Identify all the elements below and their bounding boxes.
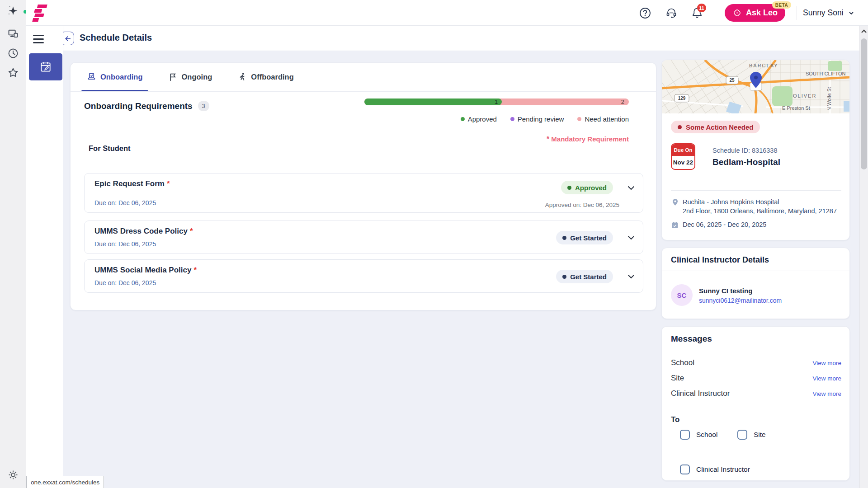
- tab-ongoing-label: Ongoing: [182, 73, 212, 81]
- checkbox[interactable]: [680, 430, 690, 440]
- requirement-card: UMMS Social Media Policy* Due on: Dec 06…: [84, 259, 643, 293]
- recipient-checkbox-school[interactable]: School: [680, 430, 717, 440]
- notifications-bell-icon[interactable]: 11: [691, 7, 703, 19]
- message-row-clinical-instructor: Clinical Instructor View more: [671, 389, 841, 398]
- status-chip-get-started[interactable]: Get Started: [556, 231, 613, 244]
- menu-icon[interactable]: [33, 35, 44, 46]
- recipient-checkbox-site[interactable]: Site: [737, 430, 766, 440]
- expand-chevron-icon[interactable]: [627, 272, 636, 281]
- due-on-label: Due On: [672, 144, 694, 156]
- user-name: Sunny Soni: [803, 8, 844, 18]
- devices-icon[interactable]: [7, 28, 19, 40]
- checkbox-label: School: [696, 431, 717, 439]
- schedule-summary-card: BARCLAY SOUTH CLIFTON OLIVER E Preston S…: [661, 60, 850, 240]
- requirement-title: UMMS Dress Code Policy*: [94, 227, 193, 236]
- user-menu[interactable]: Sunny Soni: [803, 0, 854, 26]
- requirement-title: UMMS Social Media Policy*: [94, 266, 197, 275]
- to-label: To: [671, 415, 680, 424]
- clinical-instructor-title: Clinical Instructor Details: [671, 255, 769, 265]
- messages-title: Messages: [671, 334, 712, 344]
- schedule-status-badge: Some Action Needed: [671, 121, 760, 133]
- page-scrollbar[interactable]: [859, 26, 868, 488]
- group-title: For Student: [89, 144, 131, 153]
- recipient-checkbox-clinical-instructor[interactable]: Clinical Instructor: [680, 465, 750, 474]
- requirement-card: UMMS Dress Code Policy* Due on: Dec 06, …: [84, 221, 643, 254]
- message-row-label: Clinical Instructor: [671, 389, 730, 398]
- clock-icon[interactable]: [7, 47, 19, 59]
- map-label-barclay: BARCLAY: [749, 63, 778, 68]
- status-chip-get-started[interactable]: Get Started: [556, 270, 613, 283]
- site-address-line1: Ruchita - Johns Hopkins Hospital: [683, 197, 837, 206]
- scroll-up-arrow[interactable]: [860, 28, 868, 36]
- scrollbar-thumb[interactable]: [861, 38, 867, 169]
- chevron-down-icon: [848, 10, 854, 16]
- approved-dot: [461, 117, 465, 121]
- sidebar: [26, 0, 63, 488]
- map-label-e-preston: E Preston St: [782, 105, 810, 111]
- help-icon[interactable]: [639, 7, 651, 19]
- legend-approved: Approved: [461, 115, 497, 123]
- app-rail: [0, 0, 26, 488]
- expand-chevron-icon[interactable]: [627, 233, 636, 242]
- tab-ongoing[interactable]: Ongoing: [165, 63, 215, 91]
- checkbox-label: Clinical Instructor: [696, 465, 750, 474]
- tab-bar: Onboarding Ongoing Offboarding: [71, 63, 656, 92]
- support-headset-icon[interactable]: [665, 7, 678, 19]
- requirement-card: Epic Request Form* Due on: Dec 06, 2025 …: [84, 173, 643, 213]
- link-preview-statusbar: one.exxat.com/schedules: [26, 476, 104, 488]
- schedule-edit-icon: [39, 61, 52, 73]
- legend-pending: Pending review: [510, 115, 564, 123]
- tab-onboarding[interactable]: Onboarding: [84, 63, 146, 91]
- view-more-link[interactable]: View more: [812, 390, 841, 397]
- leo-icon: [732, 8, 742, 18]
- schedule-id: Schedule ID: 8316338: [712, 147, 778, 154]
- due-on-badge: Due On Nov 22: [671, 143, 695, 170]
- beta-badge: BETA: [772, 1, 791, 9]
- runner-icon: [237, 72, 247, 82]
- due-on-date: Nov 22: [672, 156, 694, 169]
- star-icon[interactable]: [7, 67, 19, 79]
- message-row-label: Site: [671, 374, 684, 383]
- divider: [662, 271, 850, 271]
- map-route-25: 25: [729, 78, 735, 83]
- status-legend: Approved Pending review Need attention: [364, 115, 629, 123]
- map-label-n-wolfe: N Wolfe St: [826, 87, 832, 111]
- ai-assistant-icon[interactable]: [7, 5, 19, 17]
- clinical-instructor-card: Clinical Instructor Details SC Sunny CI …: [661, 248, 850, 319]
- section-title: Onboarding Requirements 3: [84, 101, 209, 111]
- ask-leo-label: Ask Leo: [746, 8, 778, 18]
- legend-attention: Need attention: [577, 115, 629, 123]
- topbar-divider: [797, 6, 797, 20]
- tab-onboarding-label: Onboarding: [100, 73, 143, 81]
- view-more-link[interactable]: View more: [812, 375, 841, 382]
- requirement-title: Epic Request Form*: [94, 179, 170, 188]
- map[interactable]: BARCLAY SOUTH CLIFTON OLIVER E Preston S…: [662, 60, 849, 113]
- view-more-link[interactable]: View more: [812, 360, 841, 366]
- status-dot: [567, 186, 571, 190]
- sidebar-item-schedules[interactable]: [29, 53, 62, 80]
- instructor-email-link[interactable]: sunnyci0612@mailinator.com: [699, 297, 782, 304]
- page-header: Schedule Details: [63, 26, 868, 51]
- message-row-school: School View more: [671, 358, 841, 367]
- expand-chevron-icon[interactable]: [627, 183, 636, 192]
- flag-icon: [168, 72, 178, 82]
- attention-dot: [577, 117, 581, 121]
- exxat-logo[interactable]: [32, 4, 49, 22]
- checkbox[interactable]: [737, 430, 747, 440]
- status-dot: [562, 236, 566, 240]
- location-pin-icon: [671, 198, 679, 206]
- divider: [671, 190, 841, 191]
- gear-icon[interactable]: [7, 469, 19, 481]
- map-label-south-clifton: SOUTH CLIFTON: [806, 71, 845, 76]
- instructor-name: Sunny CI testing: [699, 287, 752, 295]
- status-dot: [678, 125, 682, 129]
- arrow-left-icon: [64, 35, 71, 42]
- avatar: SC: [671, 284, 693, 306]
- map-label-oliver: OLIVER: [793, 93, 816, 99]
- requirements-count-badge: 3: [198, 101, 209, 111]
- tab-offboarding[interactable]: Offboarding: [235, 63, 296, 91]
- checkbox[interactable]: [680, 465, 690, 474]
- requirement-due: Due on: Dec 06, 2025: [94, 199, 156, 206]
- notification-badge: 11: [697, 4, 706, 12]
- status-chip-approved: Approved: [561, 181, 613, 194]
